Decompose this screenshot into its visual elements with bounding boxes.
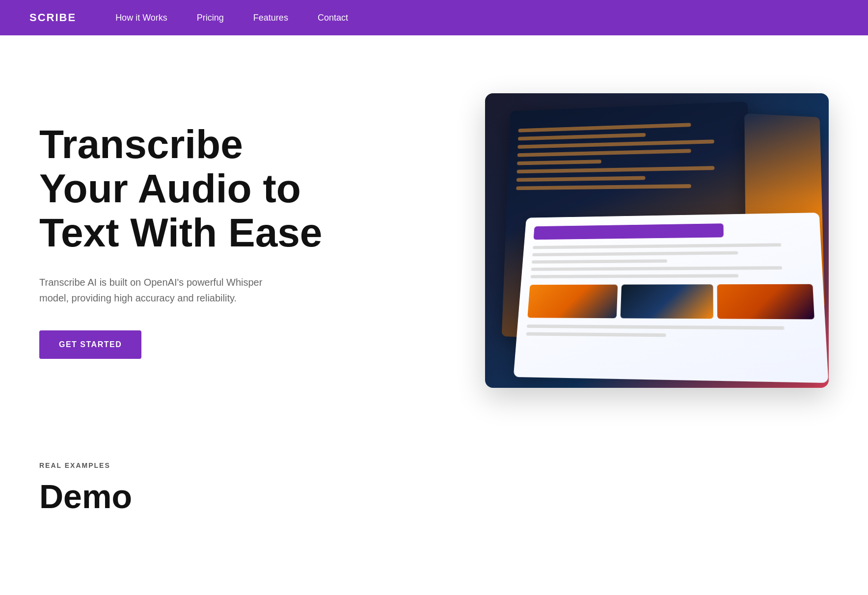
hero-left: Transcribe Your Audio to Text With Ease … [39,122,322,359]
front-line-4 [531,266,783,271]
nav-item-contact[interactable]: Contact [318,13,348,23]
front-line-3 [532,259,667,264]
screen-line-7 [516,176,646,182]
front-line-7 [526,332,666,337]
front-line-2 [532,251,738,256]
nav-link-how-it-works[interactable]: How it Works [115,13,167,23]
hero-mockup [485,93,829,388]
screen-line-2 [518,133,646,141]
nav-item-how-it-works[interactable]: How it Works [115,13,167,23]
front-header-bar [534,223,724,240]
screen-line-5 [517,160,601,165]
hero-title: Transcribe Your Audio to Text With Ease [39,122,322,255]
hero-section: Transcribe Your Audio to Text With Ease … [0,0,868,442]
screen-line-4 [517,149,691,157]
nav-link-features[interactable]: Features [253,13,288,23]
hero-title-line1: Transcribe [39,122,243,166]
front-thumb-2 [621,284,713,319]
nav-link-contact[interactable]: Contact [318,13,348,23]
navbar: SCRIBE How it Works Pricing Features Con… [0,0,868,35]
screen-line-6 [516,166,714,173]
front-thumb-1 [527,285,618,319]
front-line-1 [533,243,781,249]
hero-subtitle: Transcribe AI is built on OpenAI's power… [39,274,275,306]
screen-line-8 [516,184,691,190]
get-started-button[interactable]: GET STARTED [39,330,141,359]
front-line-6 [527,325,785,330]
nav-item-features[interactable]: Features [253,13,288,23]
brand-logo[interactable]: SCRIBE [29,11,76,24]
demo-section: REAL EXAMPLES Demo [0,442,868,545]
front-thumb-3 [717,284,814,320]
nav-item-pricing[interactable]: Pricing [197,13,224,23]
screen-front [514,213,829,383]
screen-line-3 [517,139,714,149]
hero-title-line2: Your Audio to [39,166,301,211]
section-label: REAL EXAMPLES [39,461,829,469]
front-line-5 [531,274,739,278]
section-title: Demo [39,477,829,515]
hero-image [485,93,829,388]
nav-links: How it Works Pricing Features Contact [115,13,348,23]
screen-lines [516,121,739,195]
nav-link-pricing[interactable]: Pricing [197,13,224,23]
hero-title-line3: Text With Ease [39,210,322,255]
front-thumbnail-row [527,284,814,320]
